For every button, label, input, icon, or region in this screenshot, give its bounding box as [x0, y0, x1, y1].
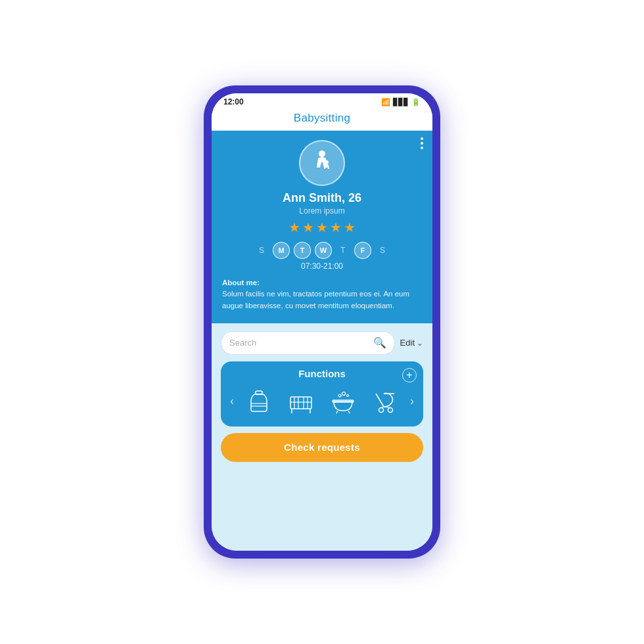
svg-point-21: [388, 407, 393, 412]
svg-point-1: [325, 160, 329, 164]
status-bar: 12:00 📶 ▊▊▊ 🔋: [212, 93, 432, 109]
app-header: Babysitting: [212, 109, 432, 131]
lower-section: Search 🔍 Edit ⌄ Functions + ‹: [212, 323, 432, 551]
rating-stars: ★ ★ ★ ★ ★: [222, 219, 422, 235]
signal-icon: ▊▊▊: [393, 98, 409, 106]
search-placeholder: Search: [229, 338, 369, 348]
day-s2: S: [375, 246, 390, 255]
svg-point-16: [338, 394, 341, 397]
more-options-button[interactable]: [421, 137, 423, 149]
svg-line-23: [384, 407, 390, 408]
svg-rect-5: [290, 397, 311, 409]
search-row: Search 🔍 Edit ⌄: [221, 331, 423, 355]
functions-next-button[interactable]: ›: [409, 394, 415, 408]
check-requests-button[interactable]: Check requests: [221, 433, 423, 462]
star-1: ★: [288, 219, 300, 235]
profile-subtitle: Lorem ipsum: [222, 206, 422, 216]
battery-icon: 🔋: [411, 98, 421, 106]
about-text: Solum facilis ne vim, tractatos petentiu…: [222, 290, 409, 309]
svg-point-0: [319, 150, 325, 157]
avatar-wrap: [222, 140, 422, 186]
day-f: F: [354, 242, 371, 259]
wifi-icon: 📶: [381, 98, 390, 106]
star-3: ★: [316, 219, 328, 235]
about-label: About me:: [222, 279, 260, 287]
crib-icon: [287, 387, 315, 416]
search-icon: 🔍: [373, 336, 386, 349]
status-icons: 📶 ▊▊▊ 🔋: [381, 98, 421, 106]
day-w: W: [315, 242, 332, 259]
bottle-icon: [244, 387, 273, 416]
avatar: [299, 140, 345, 186]
star-5: ★: [344, 219, 356, 235]
functions-card: Functions + ‹: [221, 361, 423, 426]
status-time: 12:00: [223, 97, 244, 106]
bottle-icon-item: [242, 384, 276, 419]
profile-section: Ann Smith, 26 Lorem ipsum ★ ★ ★ ★ ★ S M …: [212, 131, 432, 323]
app-title: Babysitting: [294, 112, 350, 124]
functions-prev-button[interactable]: ‹: [229, 394, 235, 408]
chevron-down-icon: ⌄: [417, 338, 423, 348]
crib-icon-item: [284, 384, 318, 419]
svg-line-15: [348, 411, 350, 413]
bath-icon: [329, 387, 357, 416]
functions-icons: [242, 384, 402, 419]
day-s1: S: [254, 246, 269, 255]
day-t1: T: [294, 242, 311, 259]
stroller-icon: [371, 387, 400, 416]
days-row: S M T W T F S: [222, 242, 422, 259]
functions-header: Functions +: [227, 368, 417, 379]
schedule-time: 07:30-21:00: [222, 262, 422, 271]
edit-label: Edit: [400, 338, 415, 348]
day-t2: T: [336, 246, 350, 255]
svg-point-20: [379, 407, 384, 412]
about-section: About me: Solum facilis ne vim, tractato…: [222, 277, 422, 311]
svg-line-14: [336, 411, 338, 413]
profile-name: Ann Smith, 26: [222, 191, 422, 205]
edit-button[interactable]: Edit ⌄: [400, 338, 423, 348]
day-m: M: [273, 242, 290, 259]
star-2: ★: [302, 219, 314, 235]
star-4: ★: [330, 219, 342, 235]
svg-point-18: [347, 394, 349, 396]
bath-icon-item: [326, 384, 360, 419]
svg-point-17: [342, 392, 346, 395]
stroller-icon-item: [368, 384, 402, 419]
babysitter-icon: [307, 148, 337, 178]
search-box[interactable]: Search 🔍: [221, 331, 395, 355]
phone-screen: 12:00 📶 ▊▊▊ 🔋 Babysitting: [212, 93, 432, 551]
functions-title: Functions: [298, 368, 346, 379]
phone-frame: 12:00 📶 ▊▊▊ 🔋 Babysitting: [204, 85, 440, 559]
functions-add-button[interactable]: +: [402, 368, 417, 382]
functions-icons-row: ‹: [227, 384, 417, 419]
svg-line-22: [381, 407, 384, 408]
